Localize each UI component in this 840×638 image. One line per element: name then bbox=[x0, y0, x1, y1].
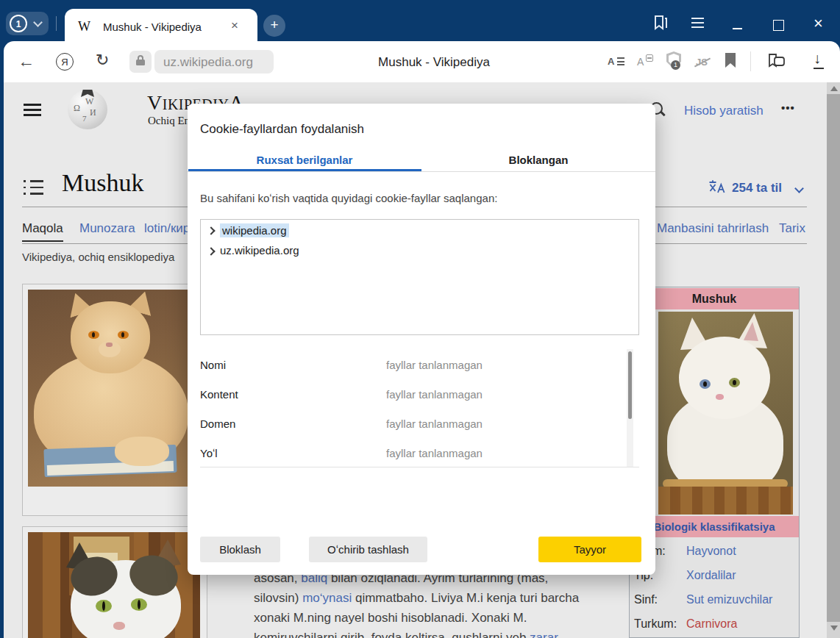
taxo-label: Sinf: bbox=[634, 593, 658, 606]
shield-badge-count: 1 bbox=[671, 60, 680, 70]
link-moynasi[interactable]: moʻynasi bbox=[302, 591, 352, 605]
block-button[interactable]: Bloklash bbox=[200, 537, 280, 562]
field-label: Kontent bbox=[200, 388, 238, 401]
site-item[interactable]: uz.wikipedia.org bbox=[220, 244, 299, 257]
tab-maqola[interactable]: Maqola bbox=[22, 221, 63, 236]
browser-menu-icon[interactable] bbox=[691, 18, 704, 31]
field-label: Nomi bbox=[200, 359, 226, 371]
body-text-line: kemiruvchilarni qirib, foyda keltirsa, q… bbox=[254, 631, 622, 638]
tab-close-icon[interactable]: × bbox=[231, 18, 238, 33]
page-title: Mushuk bbox=[62, 169, 143, 197]
fields-divider bbox=[200, 467, 639, 467]
cookie-dialog: Cookie-fayllardan foydalanish Ruxsat ber… bbox=[188, 104, 655, 575]
tab-edit-source[interactable]: Manbasini tahrirlash bbox=[657, 221, 769, 236]
taxo-value-link[interactable]: Hayvonot bbox=[686, 545, 736, 558]
taxo-value-redlink[interactable]: Carnivora bbox=[686, 617, 737, 631]
dialog-title: Cookie-fayllardan foydalanish bbox=[200, 122, 364, 137]
back-icon[interactable]: ← bbox=[18, 51, 35, 71]
tab-history[interactable]: Tarix bbox=[779, 221, 805, 236]
link-zarar[interactable]: zarar bbox=[530, 631, 558, 638]
page-subtitle: Vikipediya, ochiq ensiklopediya bbox=[22, 251, 174, 263]
url-text[interactable]: uz.wikipedia.org bbox=[163, 55, 253, 70]
tab-strip-divider bbox=[56, 16, 57, 31]
contents-list-icon[interactable] bbox=[24, 180, 43, 195]
create-account-link[interactable]: Hisob yaratish bbox=[684, 104, 764, 118]
minimize-button[interactable] bbox=[733, 28, 742, 29]
browser-window: 1 W Mushuk - Vikipediya × + × ← Я ↻ uz.w… bbox=[0, 0, 840, 638]
field-label: Domen bbox=[200, 417, 235, 430]
cat-on-book-image[interactable] bbox=[28, 290, 200, 487]
sidebar-panel-icon[interactable] bbox=[650, 13, 669, 35]
tab-count-badge[interactable]: 1 bbox=[10, 15, 27, 32]
new-tab-button[interactable]: + bbox=[263, 15, 285, 37]
lock-icon-body bbox=[136, 60, 145, 65]
taxo-value-link[interactable]: Xordalilar bbox=[686, 569, 736, 582]
cat-doorway-image[interactable] bbox=[28, 532, 200, 638]
dialog-scrollbar-thumb[interactable] bbox=[628, 351, 632, 419]
done-button[interactable]: Tayyor bbox=[538, 537, 641, 562]
collections-icon[interactable] bbox=[766, 51, 787, 74]
scroll-down-icon[interactable] bbox=[830, 626, 838, 631]
body-text-line: xonaki M.ning nayel boshi hisoblanadi. X… bbox=[254, 611, 622, 626]
tab-munozara[interactable]: Munozara bbox=[79, 221, 135, 236]
body-text-line: silovsin) moʻynasi qimmatbaho. Liviya M.… bbox=[254, 591, 622, 606]
scroll-up-icon[interactable] bbox=[830, 86, 838, 91]
taxo-value-link[interactable]: Sut emizuvchilar bbox=[686, 593, 772, 606]
yandex-icon[interactable]: Я bbox=[56, 53, 74, 71]
language-count[interactable]: 254 ta til bbox=[732, 181, 782, 196]
field-value: fayllar tanlanmagan bbox=[386, 417, 483, 430]
translate-icon[interactable]: A bbox=[637, 56, 644, 68]
delete-button[interactable]: Oʻchirib tashlash bbox=[309, 537, 427, 562]
field-value: fayllar tanlanmagan bbox=[386, 359, 483, 371]
javascript-blocked-icon[interactable]: JS bbox=[696, 57, 708, 68]
dialog-tab-blocked[interactable]: Bloklangan bbox=[421, 154, 655, 166]
wiki-hamburger-icon[interactable] bbox=[24, 104, 41, 119]
wikipedia-logo[interactable]: ΩWИ7 bbox=[68, 90, 107, 129]
field-value: fayllar tanlanmagan bbox=[386, 388, 483, 401]
download-icon[interactable]: ↓ bbox=[814, 50, 821, 67]
tab-title: Mushuk - Vikipediya bbox=[103, 21, 202, 33]
toolbar-page-title: Mushuk - Vikipediya bbox=[294, 55, 574, 70]
reader-mode-icon[interactable]: A bbox=[608, 56, 614, 67]
maximize-button[interactable] bbox=[773, 20, 784, 31]
kitten-image[interactable] bbox=[658, 312, 793, 515]
taxo-label: Turkum: bbox=[634, 617, 677, 631]
reload-icon[interactable]: ↻ bbox=[96, 51, 109, 70]
wikipedia-favicon: W bbox=[78, 19, 90, 35]
active-tab-underline bbox=[22, 240, 63, 242]
site-item-selected[interactable]: wikipedia.org bbox=[220, 223, 289, 237]
dialog-tab-border bbox=[188, 171, 655, 172]
window-close-icon[interactable]: × bbox=[814, 14, 823, 33]
field-value: fayllar tanlanmagan bbox=[386, 447, 483, 459]
toolbar-divider bbox=[750, 51, 751, 71]
page-scrollbar-thumb[interactable] bbox=[827, 94, 840, 622]
languages-icon[interactable] bbox=[708, 179, 726, 198]
field-label: Yoʻl bbox=[200, 447, 218, 459]
more-options-icon[interactable]: ••• bbox=[781, 101, 795, 114]
dialog-tab-allowed[interactable]: Ruxsat berilganlar bbox=[188, 154, 421, 166]
dialog-description: Bu sahifani koʻrish vaqtida quyidagi coo… bbox=[200, 192, 497, 204]
